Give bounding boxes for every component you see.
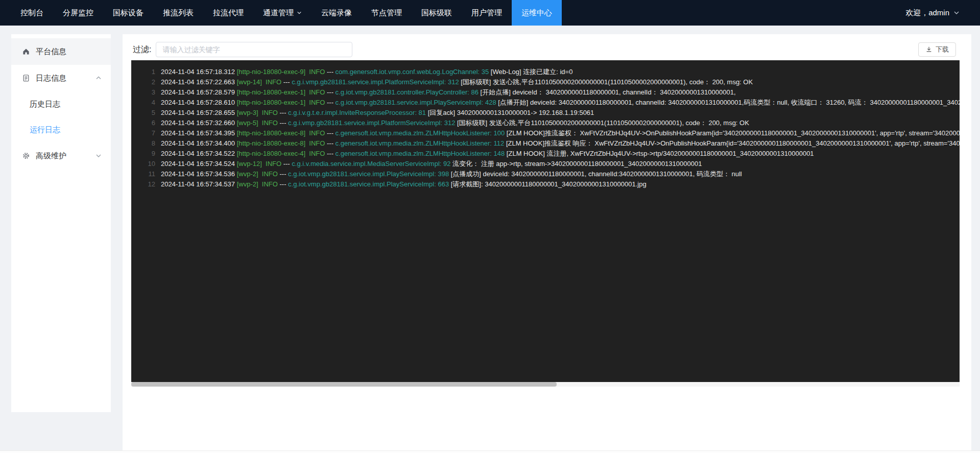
log-line-number: 6	[131, 118, 161, 128]
nav-tab-ops-center[interactable]: 运维中心	[512, 0, 562, 26]
log-segment: [http-nio-18080-exec-1] INFO	[237, 88, 327, 96]
log-segment: [wvp-5] INFO	[237, 119, 280, 127]
nav-tab-split-screen-monitor[interactable]: 分屏监控	[53, 0, 103, 26]
filter-label: 过滤:	[133, 44, 151, 55]
nav-tab-label: 拉流代理	[213, 8, 244, 18]
log-segment: [http-nio-18080-exec-9] INFO	[237, 68, 327, 76]
log-line-number: 1	[131, 67, 161, 77]
log-segment: ---	[327, 150, 336, 157]
log-segment: 2024-11-04 16:57:34.537	[161, 180, 237, 188]
download-icon	[925, 46, 933, 53]
scrollbar-thumb[interactable]	[131, 382, 557, 387]
sidebar-subitem-history-log[interactable]: 历史日志	[11, 91, 111, 117]
log-segment: 2024-11-04 16:57:34.536	[161, 170, 237, 178]
log-segment: ---	[327, 88, 336, 96]
nav-tab-label: 分屏监控	[63, 8, 93, 18]
log-line: 112024-11-04 16:57:34.536 [wvp-2] INFO -…	[131, 169, 960, 179]
log-segment: 2024-11-04 16:57:28.655	[161, 109, 237, 116]
nav-tab-node-manage[interactable]: 节点管理	[362, 0, 412, 26]
sidebar: 平台信息日志信息历史日志运行日志高级维护	[11, 34, 111, 412]
log-line: 82024-11-04 16:57:34.400 [http-nio-18080…	[131, 138, 960, 149]
nav-tab-channel-manage[interactable]: 通道管理	[253, 0, 312, 26]
chevron-up-icon	[95, 75, 102, 81]
gear-icon	[22, 152, 30, 160]
horizontal-scrollbar[interactable]	[131, 382, 960, 387]
sidebar-item-label: 平台信息	[36, 47, 66, 57]
nav-tab-gb-device[interactable]: 国标设备	[103, 0, 153, 26]
log-segment: c.g.iot.vmp.gb28181.service.impl.PlaySer…	[288, 180, 451, 188]
chevron-down-icon	[953, 10, 960, 16]
log-segment: [http-nio-18080-exec-8] INFO	[237, 129, 327, 137]
filter-row: 过滤: 下载	[123, 41, 971, 58]
sidebar-item-advanced-maintenance[interactable]: 高级维护	[11, 142, 111, 169]
nav-tab-label: 通道管理	[263, 8, 294, 18]
log-segment: [请求截图]: 34020000001180000001_34020000001…	[451, 180, 647, 188]
log-segment: [国标级联] 发送心跳,平台11010500002000000001(11010…	[461, 78, 753, 86]
log-line-number: 9	[131, 149, 161, 159]
log-segment: [wvp-3] INFO	[237, 109, 280, 116]
main-panel: 过滤: 下载 12024-11-04 16:57:18.312 [http-ni…	[123, 34, 971, 450]
sidebar-item-label: 高级维护	[36, 151, 66, 161]
log-line-number: 4	[131, 98, 161, 108]
log-segment: 2024-11-04 16:57:28.579	[161, 88, 237, 96]
filter-input[interactable]	[156, 42, 352, 57]
log-segment: c.g.iot.vmp.gb28181.service.impl.PlaySer…	[336, 99, 498, 106]
log-segment: c.g.iot.vmp.gb28181.controller.PlayContr…	[336, 88, 481, 96]
log-segment: c.g.i.vmp.gb28181.service.impl.PlatformS…	[292, 78, 461, 86]
nav-tab-console[interactable]: 控制台	[11, 0, 53, 26]
log-segment: ---	[279, 109, 288, 116]
log-line-number: 12	[131, 179, 161, 189]
page-bottom-edge	[0, 450, 980, 453]
nav-tab-pull-stream-proxy[interactable]: 拉流代理	[203, 0, 253, 26]
log-console[interactable]: 12024-11-04 16:57:18.312 [http-nio-18080…	[131, 60, 960, 382]
nav-tab-user-manage[interactable]: 用户管理	[462, 0, 512, 26]
log-segment: c.genersoft.iot.vmp.media.zlm.ZLMHttpHoo…	[336, 129, 507, 137]
nav-tab-push-stream-list[interactable]: 推流列表	[153, 0, 203, 26]
sidebar-item-platform-info[interactable]: 平台信息	[11, 38, 111, 65]
nav-tab-gb-cascade[interactable]: 国标级联	[412, 0, 462, 26]
log-segment: 2024-11-04 16:57:32.660	[161, 119, 237, 127]
user-menu[interactable]: 欢迎，admin	[905, 0, 980, 26]
log-segment: 2024-11-04 16:57:28.610	[161, 99, 237, 106]
log-line-number: 2	[131, 77, 161, 87]
log-segment: [ZLM HOOK]推流鉴权 响应： XwFtVZrtZbHJq4UV->OnP…	[506, 139, 960, 147]
sidebar-subitem-label: 运行日志	[30, 125, 60, 135]
log-segment: ---	[283, 160, 292, 168]
nav-tab-label: 推流列表	[163, 8, 194, 18]
log-line-number: 11	[131, 169, 161, 179]
log-segment: 流变化： 注册 app->rtp, stream->34020000001180…	[452, 160, 702, 168]
log-segment: ---	[327, 68, 336, 76]
log-line: 62024-11-04 16:57:32.660 [wvp-5] INFO --…	[131, 118, 960, 128]
log-segment: [http-nio-18080-exec-1] INFO	[237, 99, 327, 106]
log-segment: ---	[279, 180, 288, 188]
log-line-number: 10	[131, 159, 161, 169]
sidebar-item-log-info[interactable]: 日志信息	[11, 65, 111, 91]
log-segment: [wvp-2] INFO	[237, 170, 280, 178]
log-segment: ---	[327, 99, 336, 106]
nav-tab-label: 国标设备	[113, 8, 144, 18]
log-segment: [点播成功] deviceId: 34020000001180000001, c…	[451, 170, 742, 178]
nav-tab-cloud-record[interactable]: 云端录像	[312, 0, 362, 26]
nav-tab-label: 控制台	[20, 8, 43, 18]
log-segment: [wvp-2] INFO	[237, 180, 280, 188]
log-segment: [回复ack] 34020000001310000001-> 192.168.1…	[428, 109, 594, 116]
download-button[interactable]: 下载	[918, 42, 956, 57]
log-segment: 2024-11-04 16:57:34.400	[161, 139, 237, 147]
log-segment: 2024-11-04 16:57:18.312	[161, 68, 237, 76]
welcome-text: 欢迎，admin	[905, 8, 949, 18]
sidebar-item-label: 日志信息	[36, 74, 66, 83]
log-segment: ---	[283, 78, 292, 86]
log-segment: ---	[327, 139, 336, 147]
chevron-down-icon	[297, 10, 302, 15]
sidebar-subitem-label: 历史日志	[30, 100, 60, 109]
nav-tab-label: 运维中心	[521, 8, 552, 18]
chevron-down-icon	[95, 153, 102, 159]
log-line-number: 5	[131, 108, 161, 118]
log-segment: [Web-Log] 连接已建立: id=0	[491, 68, 573, 76]
log-line: 32024-11-04 16:57:28.579 [http-nio-18080…	[131, 87, 960, 98]
sidebar-subitem-runtime-log[interactable]: 运行日志	[11, 117, 111, 142]
log-line: 42024-11-04 16:57:28.610 [http-nio-18080…	[131, 98, 960, 108]
log-line-number: 8	[131, 138, 161, 149]
log-segment: [点播开始] deviceId: 34020000001180000001, c…	[498, 99, 960, 106]
home-icon	[22, 47, 30, 56]
